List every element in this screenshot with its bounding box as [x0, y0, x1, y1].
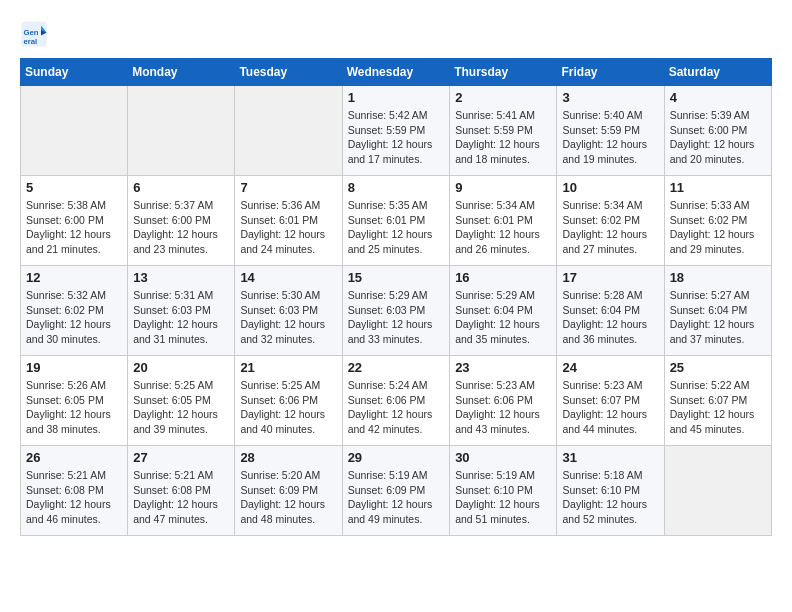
calendar-cell: 17Sunrise: 5:28 AM Sunset: 6:04 PM Dayli…	[557, 266, 664, 356]
calendar-cell: 22Sunrise: 5:24 AM Sunset: 6:06 PM Dayli…	[342, 356, 450, 446]
day-number: 27	[133, 450, 229, 465]
day-number: 12	[26, 270, 122, 285]
calendar-header-row: SundayMondayTuesdayWednesdayThursdayFrid…	[21, 59, 772, 86]
day-number: 5	[26, 180, 122, 195]
svg-text:eral: eral	[24, 37, 38, 46]
day-info: Sunrise: 5:29 AM Sunset: 6:04 PM Dayligh…	[455, 288, 551, 347]
column-header-friday: Friday	[557, 59, 664, 86]
day-number: 29	[348, 450, 445, 465]
calendar-cell: 15Sunrise: 5:29 AM Sunset: 6:03 PM Dayli…	[342, 266, 450, 356]
calendar-cell: 16Sunrise: 5:29 AM Sunset: 6:04 PM Dayli…	[450, 266, 557, 356]
day-number: 26	[26, 450, 122, 465]
calendar-cell: 26Sunrise: 5:21 AM Sunset: 6:08 PM Dayli…	[21, 446, 128, 536]
week-row-2: 5Sunrise: 5:38 AM Sunset: 6:00 PM Daylig…	[21, 176, 772, 266]
day-number: 20	[133, 360, 229, 375]
calendar-cell: 12Sunrise: 5:32 AM Sunset: 6:02 PM Dayli…	[21, 266, 128, 356]
calendar-cell: 3Sunrise: 5:40 AM Sunset: 5:59 PM Daylig…	[557, 86, 664, 176]
calendar-cell: 11Sunrise: 5:33 AM Sunset: 6:02 PM Dayli…	[664, 176, 771, 266]
calendar-cell: 18Sunrise: 5:27 AM Sunset: 6:04 PM Dayli…	[664, 266, 771, 356]
day-number: 1	[348, 90, 445, 105]
day-info: Sunrise: 5:25 AM Sunset: 6:06 PM Dayligh…	[240, 378, 336, 437]
day-number: 18	[670, 270, 766, 285]
column-header-tuesday: Tuesday	[235, 59, 342, 86]
day-number: 22	[348, 360, 445, 375]
day-info: Sunrise: 5:19 AM Sunset: 6:09 PM Dayligh…	[348, 468, 445, 527]
day-info: Sunrise: 5:22 AM Sunset: 6:07 PM Dayligh…	[670, 378, 766, 437]
day-info: Sunrise: 5:19 AM Sunset: 6:10 PM Dayligh…	[455, 468, 551, 527]
column-header-thursday: Thursday	[450, 59, 557, 86]
day-number: 25	[670, 360, 766, 375]
column-header-wednesday: Wednesday	[342, 59, 450, 86]
day-info: Sunrise: 5:32 AM Sunset: 6:02 PM Dayligh…	[26, 288, 122, 347]
day-number: 19	[26, 360, 122, 375]
day-info: Sunrise: 5:36 AM Sunset: 6:01 PM Dayligh…	[240, 198, 336, 257]
day-number: 24	[562, 360, 658, 375]
day-number: 13	[133, 270, 229, 285]
day-info: Sunrise: 5:27 AM Sunset: 6:04 PM Dayligh…	[670, 288, 766, 347]
day-info: Sunrise: 5:29 AM Sunset: 6:03 PM Dayligh…	[348, 288, 445, 347]
day-number: 6	[133, 180, 229, 195]
week-row-5: 26Sunrise: 5:21 AM Sunset: 6:08 PM Dayli…	[21, 446, 772, 536]
day-number: 10	[562, 180, 658, 195]
calendar-cell: 1Sunrise: 5:42 AM Sunset: 5:59 PM Daylig…	[342, 86, 450, 176]
day-number: 9	[455, 180, 551, 195]
calendar-cell: 31Sunrise: 5:18 AM Sunset: 6:10 PM Dayli…	[557, 446, 664, 536]
day-number: 8	[348, 180, 445, 195]
day-info: Sunrise: 5:40 AM Sunset: 5:59 PM Dayligh…	[562, 108, 658, 167]
calendar-cell: 5Sunrise: 5:38 AM Sunset: 6:00 PM Daylig…	[21, 176, 128, 266]
svg-text:Gen: Gen	[24, 28, 39, 37]
day-info: Sunrise: 5:24 AM Sunset: 6:06 PM Dayligh…	[348, 378, 445, 437]
week-row-4: 19Sunrise: 5:26 AM Sunset: 6:05 PM Dayli…	[21, 356, 772, 446]
day-number: 23	[455, 360, 551, 375]
day-info: Sunrise: 5:30 AM Sunset: 6:03 PM Dayligh…	[240, 288, 336, 347]
day-number: 3	[562, 90, 658, 105]
day-info: Sunrise: 5:26 AM Sunset: 6:05 PM Dayligh…	[26, 378, 122, 437]
calendar-cell: 6Sunrise: 5:37 AM Sunset: 6:00 PM Daylig…	[128, 176, 235, 266]
day-info: Sunrise: 5:37 AM Sunset: 6:00 PM Dayligh…	[133, 198, 229, 257]
logo: Gen eral	[20, 20, 52, 48]
day-info: Sunrise: 5:33 AM Sunset: 6:02 PM Dayligh…	[670, 198, 766, 257]
calendar-cell: 8Sunrise: 5:35 AM Sunset: 6:01 PM Daylig…	[342, 176, 450, 266]
week-row-1: 1Sunrise: 5:42 AM Sunset: 5:59 PM Daylig…	[21, 86, 772, 176]
day-info: Sunrise: 5:20 AM Sunset: 6:09 PM Dayligh…	[240, 468, 336, 527]
day-info: Sunrise: 5:35 AM Sunset: 6:01 PM Dayligh…	[348, 198, 445, 257]
day-number: 7	[240, 180, 336, 195]
calendar-cell: 28Sunrise: 5:20 AM Sunset: 6:09 PM Dayli…	[235, 446, 342, 536]
calendar-cell	[235, 86, 342, 176]
day-number: 21	[240, 360, 336, 375]
day-info: Sunrise: 5:39 AM Sunset: 6:00 PM Dayligh…	[670, 108, 766, 167]
calendar-cell	[128, 86, 235, 176]
calendar-cell: 7Sunrise: 5:36 AM Sunset: 6:01 PM Daylig…	[235, 176, 342, 266]
day-number: 16	[455, 270, 551, 285]
calendar-cell: 4Sunrise: 5:39 AM Sunset: 6:00 PM Daylig…	[664, 86, 771, 176]
day-info: Sunrise: 5:23 AM Sunset: 6:07 PM Dayligh…	[562, 378, 658, 437]
day-number: 4	[670, 90, 766, 105]
calendar-cell: 14Sunrise: 5:30 AM Sunset: 6:03 PM Dayli…	[235, 266, 342, 356]
day-info: Sunrise: 5:21 AM Sunset: 6:08 PM Dayligh…	[26, 468, 122, 527]
day-info: Sunrise: 5:25 AM Sunset: 6:05 PM Dayligh…	[133, 378, 229, 437]
calendar-cell: 20Sunrise: 5:25 AM Sunset: 6:05 PM Dayli…	[128, 356, 235, 446]
page-header: Gen eral	[20, 20, 772, 48]
calendar-cell: 25Sunrise: 5:22 AM Sunset: 6:07 PM Dayli…	[664, 356, 771, 446]
column-header-sunday: Sunday	[21, 59, 128, 86]
calendar-cell	[21, 86, 128, 176]
calendar-cell: 13Sunrise: 5:31 AM Sunset: 6:03 PM Dayli…	[128, 266, 235, 356]
day-info: Sunrise: 5:31 AM Sunset: 6:03 PM Dayligh…	[133, 288, 229, 347]
day-info: Sunrise: 5:18 AM Sunset: 6:10 PM Dayligh…	[562, 468, 658, 527]
calendar-cell: 29Sunrise: 5:19 AM Sunset: 6:09 PM Dayli…	[342, 446, 450, 536]
day-number: 14	[240, 270, 336, 285]
column-header-monday: Monday	[128, 59, 235, 86]
day-info: Sunrise: 5:34 AM Sunset: 6:01 PM Dayligh…	[455, 198, 551, 257]
day-info: Sunrise: 5:34 AM Sunset: 6:02 PM Dayligh…	[562, 198, 658, 257]
calendar-cell	[664, 446, 771, 536]
day-number: 28	[240, 450, 336, 465]
day-info: Sunrise: 5:42 AM Sunset: 5:59 PM Dayligh…	[348, 108, 445, 167]
day-number: 11	[670, 180, 766, 195]
day-number: 2	[455, 90, 551, 105]
day-number: 15	[348, 270, 445, 285]
day-info: Sunrise: 5:21 AM Sunset: 6:08 PM Dayligh…	[133, 468, 229, 527]
day-number: 31	[562, 450, 658, 465]
calendar-cell: 10Sunrise: 5:34 AM Sunset: 6:02 PM Dayli…	[557, 176, 664, 266]
column-header-saturday: Saturday	[664, 59, 771, 86]
calendar-cell: 19Sunrise: 5:26 AM Sunset: 6:05 PM Dayli…	[21, 356, 128, 446]
